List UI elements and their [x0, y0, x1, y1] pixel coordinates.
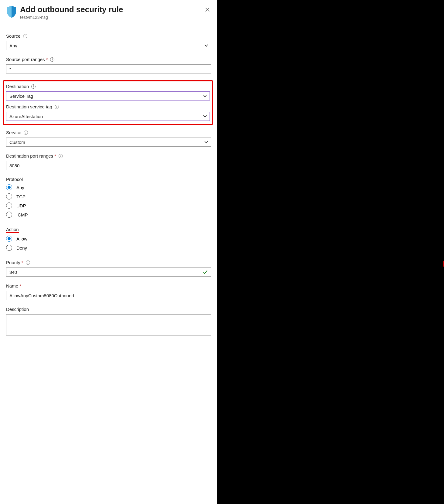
chevron-down-icon — [203, 94, 207, 98]
source-label: Source — [6, 33, 21, 39]
protocol-option-label: TCP — [16, 194, 26, 199]
field-destination-port-ranges: Destination port ranges * i — [6, 153, 211, 170]
protocol-option-label: Any — [16, 185, 24, 190]
radio-icon — [6, 236, 12, 242]
destination-value: Service Tag — [9, 94, 33, 99]
protocol-radio-tcp[interactable]: TCP — [6, 193, 211, 199]
protocol-radio-icmp[interactable]: ICMP — [6, 212, 211, 218]
field-priority: Priority * i — [6, 260, 211, 277]
field-action: Action Allow Deny — [6, 227, 211, 251]
destination-port-ranges-label: Destination port ranges — [6, 153, 53, 158]
protocol-option-label: UDP — [16, 203, 26, 208]
destination-select[interactable]: Service Tag — [6, 91, 210, 100]
service-value: Custom — [9, 140, 25, 145]
destination-service-tag-select[interactable]: AzureAttestation — [6, 112, 210, 121]
priority-input-wrap — [6, 267, 211, 277]
protocol-option-label: ICMP — [16, 212, 28, 217]
radio-icon — [6, 203, 12, 209]
field-destination: Destination i Service Tag — [6, 84, 210, 100]
action-radio-deny[interactable]: Deny — [6, 245, 211, 251]
radio-icon — [6, 212, 12, 218]
protocol-radio-group: Any TCP UDP ICMP — [6, 184, 211, 218]
protocol-radio-any[interactable]: Any — [6, 184, 211, 190]
service-select[interactable]: Custom — [6, 138, 211, 147]
destination-service-tag-label: Destination service tag — [6, 104, 52, 109]
source-value: Any — [9, 43, 17, 48]
action-label: Action — [6, 227, 19, 233]
protocol-radio-udp[interactable]: UDP — [6, 203, 211, 209]
info-icon[interactable]: i — [24, 131, 28, 135]
chevron-down-icon — [204, 43, 208, 48]
chevron-down-icon — [204, 140, 208, 144]
close-icon — [205, 7, 210, 12]
checkmark-icon — [203, 270, 208, 274]
name-input[interactable] — [9, 293, 208, 298]
field-destination-service-tag: Destination service tag i AzureAttestati… — [6, 104, 210, 121]
radio-icon — [6, 184, 12, 190]
action-option-label: Allow — [16, 236, 27, 241]
required-marker: * — [46, 57, 48, 62]
info-icon[interactable]: i — [55, 105, 59, 109]
name-label: Name — [6, 283, 18, 288]
panel-header: Add outbound security rule testvm123-nsg — [6, 5, 211, 20]
priority-label: Priority — [6, 260, 20, 265]
action-radio-group: Allow Deny — [6, 236, 211, 251]
name-input-wrap — [6, 291, 211, 300]
field-description: Description — [6, 307, 211, 337]
radio-icon — [6, 245, 12, 251]
service-label: Service — [6, 130, 21, 135]
field-service: Service i Custom — [6, 130, 211, 147]
source-port-ranges-input[interactable] — [9, 66, 208, 72]
panel-title: Add outbound security rule — [20, 5, 123, 14]
info-icon[interactable]: i — [59, 154, 63, 158]
destination-label: Destination — [6, 84, 29, 89]
source-select[interactable]: Any — [6, 41, 211, 50]
required-marker: * — [19, 283, 21, 288]
chevron-down-icon — [203, 114, 207, 118]
description-label: Description — [6, 307, 29, 312]
destination-port-ranges-input-wrap — [6, 161, 211, 170]
info-icon[interactable]: i — [26, 261, 30, 265]
priority-input[interactable] — [9, 270, 208, 275]
rule-form: Source i Any Source port ranges * i — [6, 33, 211, 337]
field-protocol: Protocol Any TCP UDP ICMP — [6, 177, 211, 218]
required-marker: * — [22, 260, 23, 265]
action-radio-allow[interactable]: Allow — [6, 236, 211, 242]
shield-icon — [6, 5, 17, 18]
source-port-ranges-input-wrap — [6, 64, 211, 73]
field-name: Name * — [6, 283, 211, 300]
info-icon[interactable]: i — [23, 34, 27, 38]
info-icon[interactable]: i — [31, 84, 36, 89]
source-port-ranges-label: Source port ranges — [6, 57, 45, 62]
required-marker: * — [54, 153, 56, 158]
destination-port-ranges-input[interactable] — [9, 163, 208, 168]
panel-subtitle: testvm123-nsg — [20, 15, 123, 20]
destination-service-tag-value: AzureAttestation — [9, 114, 43, 119]
radio-icon — [6, 193, 12, 199]
destination-highlight-box: Destination i Service Tag Destination se… — [3, 80, 213, 125]
description-textarea[interactable] — [6, 314, 211, 335]
protocol-label: Protocol — [6, 177, 23, 182]
close-button[interactable] — [204, 7, 210, 13]
info-icon[interactable]: i — [50, 57, 54, 62]
add-outbound-rule-panel: Add outbound security rule testvm123-nsg… — [0, 0, 217, 504]
action-option-label: Deny — [16, 245, 27, 250]
field-source: Source i Any — [6, 33, 211, 50]
field-source-port-ranges: Source port ranges * i — [6, 57, 211, 73]
